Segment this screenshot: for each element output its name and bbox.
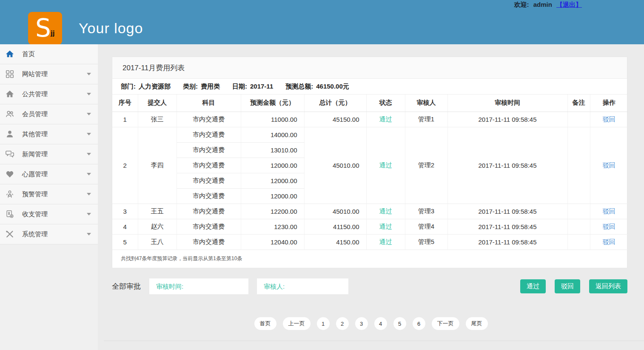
cell-seq: 2 <box>112 127 138 204</box>
sidebar-item-finance-management[interactable]: 收支管理 <box>0 204 98 224</box>
welcome-bar: 欢迎: admin 【退出】 <box>514 1 582 9</box>
cell-amount: 12200.00 <box>241 204 304 219</box>
reject-link[interactable]: 驳回 <box>603 223 616 230</box>
reject-link[interactable]: 驳回 <box>603 115 616 123</box>
logo-text: Your logo <box>79 20 143 37</box>
col-header-seq: 序号 <box>112 95 138 112</box>
cell-status: 通过 <box>366 204 405 219</box>
col-header-status: 状态 <box>366 95 405 112</box>
meta-category: 类别:费用类 <box>183 83 220 91</box>
sidebar-item-alert-management[interactable]: 预警管理 <box>0 184 98 204</box>
reject-link[interactable]: 驳回 <box>603 207 616 215</box>
reviewer-input[interactable] <box>257 278 348 294</box>
cell-status: 通过 <box>366 234 405 250</box>
page-4-button[interactable]: 4 <box>374 317 387 330</box>
sidebar-item-home[interactable]: 首页 <box>0 44 98 64</box>
status-link[interactable]: 通过 <box>379 161 392 169</box>
cell-note <box>567 219 590 234</box>
cell-note <box>567 234 590 250</box>
users-icon <box>5 109 15 119</box>
sidebar-item-other-management[interactable]: 其他管理 <box>0 124 98 144</box>
cell-subject: 市内交通费 <box>177 173 241 188</box>
footer-divider <box>104 341 644 341</box>
approval-label: 全部审批 <box>112 281 141 291</box>
page-prev-button[interactable]: 上一页 <box>283 317 311 330</box>
cell-reviewer: 管理2 <box>405 127 447 204</box>
grid-icon <box>5 69 15 79</box>
cell-subject: 市内交通费 <box>177 188 241 204</box>
cell-seq: 5 <box>112 234 138 250</box>
panel-title: 2017-11月费用列表 <box>112 57 627 79</box>
sidebar-item-label: 收支管理 <box>22 210 48 218</box>
cell-status: 通过 <box>366 219 405 234</box>
reject-link[interactable]: 驳回 <box>603 238 616 245</box>
status-link[interactable]: 通过 <box>379 115 392 123</box>
reject-button[interactable]: 驳回 <box>555 279 580 293</box>
table-row: 5 王八 市内交通费 12040.00 4150.00 通过 管理5 2017-… <box>112 234 628 250</box>
cell-action: 驳回 <box>590 204 628 219</box>
cell-review-time: 2017-11-11 09:58:45 <box>447 234 567 250</box>
sidebar-item-label: 首页 <box>22 50 35 58</box>
status-link[interactable]: 通过 <box>379 223 392 230</box>
sidebar-item-label: 网站管理 <box>22 70 48 78</box>
cell-submitter: 赵六 <box>138 219 177 234</box>
welcome-label: 欢迎: <box>514 1 529 8</box>
sidebar-item-label: 心愿管理 <box>22 170 48 178</box>
cell-amount: 12000.00 <box>241 173 304 188</box>
review-time-input[interactable] <box>149 278 248 294</box>
cell-action: 驳回 <box>590 112 628 127</box>
cell-subject: 市内交通费 <box>177 112 241 127</box>
sidebar-item-site-management[interactable]: 网站管理 <box>0 64 98 84</box>
logout-link[interactable]: 【退出】 <box>556 1 582 8</box>
cell-submitter: 李四 <box>138 127 177 204</box>
sidebar-item-system-management[interactable]: 系统管理 <box>0 224 98 244</box>
cell-amount: 1230.00 <box>241 219 304 234</box>
sidebar-item-label: 公共管理 <box>22 90 48 98</box>
chevron-down-icon <box>87 193 91 195</box>
approve-button[interactable]: 通过 <box>520 279 546 293</box>
page-5-button[interactable]: 5 <box>393 317 406 330</box>
table-row: 4 赵六 市内交通费 1230.00 41150.00 通过 管理4 2017-… <box>112 219 628 234</box>
cell-submitter: 王五 <box>138 204 177 219</box>
cell-reviewer: 管理5 <box>405 234 447 250</box>
col-header-subject: 科目 <box>177 95 241 112</box>
cell-amount: 12000.00 <box>241 158 304 173</box>
chevron-down-icon <box>87 93 91 95</box>
cell-note <box>567 112 590 127</box>
page-2-button[interactable]: 2 <box>336 317 349 330</box>
page-next-button[interactable]: 下一页 <box>432 317 459 330</box>
cell-subject: 市内交通费 <box>177 204 241 219</box>
cell-subject: 市内交通费 <box>177 127 241 142</box>
chevron-down-icon <box>87 73 91 75</box>
cell-action: 驳回 <box>590 219 628 234</box>
cell-reviewer: 管理4 <box>405 219 447 234</box>
sidebar-item-member-management[interactable]: 会员管理 <box>0 104 98 124</box>
cell-subject: 市内交通费 <box>177 219 241 234</box>
status-link[interactable]: 通过 <box>379 238 392 245</box>
chevron-down-icon <box>87 173 91 175</box>
sidebar-item-news-management[interactable]: 新闻管理 <box>0 144 98 164</box>
page-3-button[interactable]: 3 <box>355 317 368 330</box>
back-to-list-button[interactable]: 返回列表 <box>589 279 627 293</box>
sidebar-item-wish-management[interactable]: 心愿管理 <box>0 164 98 184</box>
cell-note <box>567 204 590 219</box>
cell-amount: 14000.00 <box>241 127 304 142</box>
sidebar-item-public-management[interactable]: 公共管理 <box>0 84 98 104</box>
expense-panel: 2017-11月费用列表 部门:人力资源部 类别:费用类 日期:2017-11 … <box>112 57 627 268</box>
page-6-button[interactable]: 6 <box>413 317 425 330</box>
page-last-button[interactable]: 尾页 <box>466 317 488 330</box>
logo-letter: S <box>35 12 51 45</box>
page-first-button[interactable]: 首页 <box>254 317 276 330</box>
status-link[interactable]: 通过 <box>379 207 392 215</box>
cell-subject: 市内交通费 <box>177 158 241 173</box>
chevron-down-icon <box>87 133 91 135</box>
invoice-icon <box>5 209 15 219</box>
reject-link[interactable]: 驳回 <box>603 161 616 169</box>
cell-reviewer: 管理1 <box>405 112 447 127</box>
cell-subject: 市内交通费 <box>177 142 241 158</box>
sidebar-item-label: 其他管理 <box>22 130 48 138</box>
meta-department: 部门:人力资源部 <box>121 83 171 91</box>
logo-badge: S jj <box>28 12 62 45</box>
page-1-button[interactable]: 1 <box>317 317 330 330</box>
pagination: 首页 上一页 1 2 3 4 5 6 下一页 尾页 <box>98 317 644 330</box>
